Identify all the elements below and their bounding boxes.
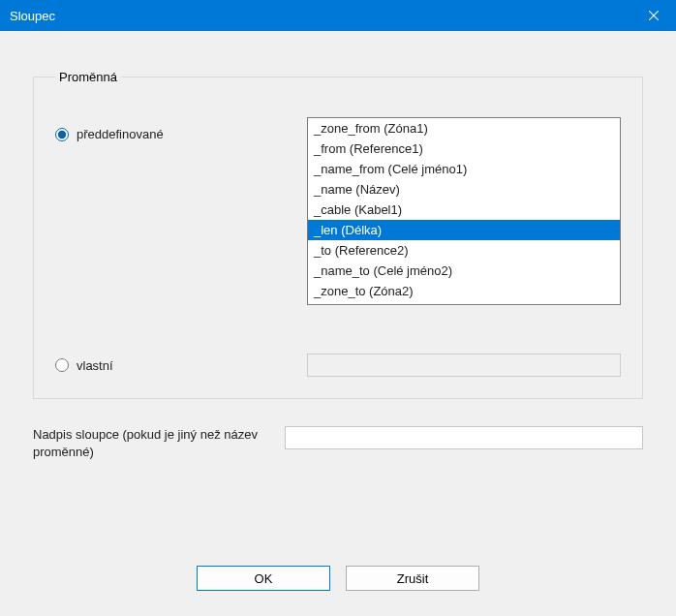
list-item[interactable]: _from (Reference1) [308, 139, 620, 159]
predefined-listbox[interactable]: _zone_from (Zóna1)_from (Reference1)_nam… [307, 117, 621, 305]
custom-variable-input[interactable] [307, 354, 621, 377]
radio-predefined-label[interactable]: předdefinované [77, 127, 164, 141]
column-caption-input[interactable] [285, 426, 643, 449]
dialog-body: Proměnná předdefinované _zone_from (Zóna… [0, 31, 676, 616]
list-item[interactable]: _zone_to (Zóna2) [308, 281, 620, 301]
list-item[interactable]: _to (Reference2) [308, 240, 620, 261]
close-icon [649, 9, 659, 23]
list-item[interactable]: _name_to (Celé jméno2) [308, 261, 620, 281]
titlebar: Sloupec [0, 0, 676, 31]
radio-predefined[interactable] [55, 128, 69, 141]
close-button[interactable] [631, 0, 676, 31]
cancel-button[interactable]: Zrušit [346, 566, 479, 591]
list-item[interactable]: _zone_from (Zóna1) [308, 118, 620, 139]
ok-button[interactable]: OK [197, 566, 330, 591]
list-item[interactable]: _name_from (Celé jméno1) [308, 159, 620, 179]
groupbox-legend: Proměnná [55, 70, 121, 84]
radio-custom[interactable] [55, 358, 69, 372]
radio-custom-label[interactable]: vlastní [77, 358, 113, 373]
variable-groupbox: Proměnná předdefinované _zone_from (Zóna… [33, 70, 643, 399]
list-item[interactable]: _name (Název) [308, 179, 620, 200]
caption-label: Nadpis sloupce (pokud je jiný než název … [33, 426, 285, 461]
list-item[interactable]: _len (Délka) [308, 220, 620, 240]
list-item[interactable]: _cable (Kabel1) [308, 200, 620, 220]
window-title: Sloupec [10, 9, 631, 23]
